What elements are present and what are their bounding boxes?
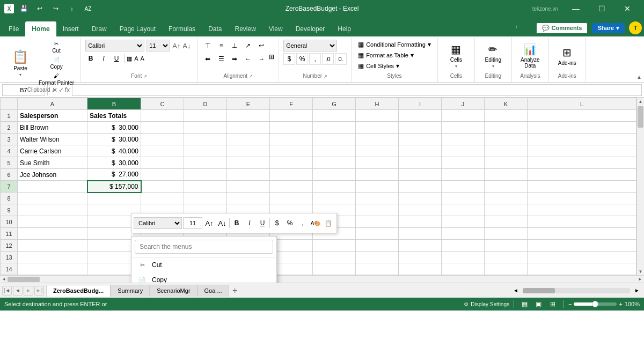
add-ins-button[interactable]: ⊞ Add-ins bbox=[553, 40, 581, 72]
cell-d7[interactable] bbox=[184, 181, 227, 193]
last-sheet-btn[interactable]: ►| bbox=[34, 286, 44, 295]
h-scroll-right-arrow[interactable]: ► bbox=[632, 286, 642, 295]
tab-review[interactable]: Review bbox=[228, 21, 262, 36]
cell-g3[interactable] bbox=[313, 134, 356, 145]
cell-g4[interactable] bbox=[313, 145, 356, 157]
scroll-thumb[interactable] bbox=[638, 106, 643, 128]
col-header-e[interactable]: E bbox=[227, 98, 270, 110]
col-header-a[interactable]: A bbox=[18, 98, 87, 110]
confirm-formula-icon[interactable]: ✓ bbox=[58, 86, 64, 94]
menu-item-cut[interactable]: ✂ Cut bbox=[131, 257, 276, 272]
wrap-text-btn[interactable]: ↩ bbox=[255, 40, 267, 51]
cell-a5[interactable]: Sue Smith bbox=[18, 157, 87, 169]
cell-a6[interactable]: Joe Johnson bbox=[18, 169, 87, 181]
share-button[interactable]: Share ▾ bbox=[592, 23, 625, 33]
cell-c6[interactable] bbox=[141, 169, 184, 181]
tab-insert[interactable]: Insert bbox=[56, 21, 85, 36]
cell-k5[interactable] bbox=[485, 157, 528, 169]
cell-b4[interactable]: $ 40,000 bbox=[87, 145, 141, 157]
page-layout-view-btn[interactable]: ▣ bbox=[532, 299, 545, 309]
paste-button[interactable]: 📋 Paste ▾ bbox=[6, 47, 34, 79]
tab-file[interactable]: File bbox=[2, 21, 25, 36]
zoom-out-btn[interactable]: − bbox=[568, 301, 572, 307]
mini-font-size-input[interactable] bbox=[183, 217, 202, 229]
cell-c5[interactable] bbox=[141, 157, 184, 169]
autosave-btn[interactable]: ↕ bbox=[65, 2, 78, 15]
cell-d4[interactable] bbox=[184, 145, 227, 157]
scroll-up-btn[interactable]: ▲ bbox=[639, 98, 643, 105]
row-header-8[interactable]: 8 bbox=[1, 193, 18, 204]
cell-h3[interactable] bbox=[356, 134, 399, 145]
page-break-view-btn[interactable]: ⊞ bbox=[546, 299, 559, 309]
cell-l5[interactable] bbox=[528, 157, 636, 169]
h-scroll-thumb[interactable] bbox=[8, 277, 40, 282]
mini-italic-btn[interactable]: I bbox=[244, 217, 255, 229]
close-btn[interactable]: ✕ bbox=[615, 0, 640, 17]
cell-b5[interactable]: $ 30,000 bbox=[87, 157, 141, 169]
sort-qa-btn[interactable]: AZ bbox=[82, 2, 94, 15]
user-avatar[interactable]: T bbox=[629, 21, 642, 34]
decrease-decimal-btn[interactable]: .0 bbox=[322, 53, 334, 65]
cell-g1[interactable] bbox=[313, 110, 356, 122]
cell-a3[interactable]: Walter Wilson bbox=[18, 134, 87, 145]
mini-bold-btn[interactable]: B bbox=[231, 217, 243, 229]
align-middle-btn[interactable]: ≡ bbox=[215, 40, 227, 51]
cell-j6[interactable] bbox=[442, 169, 485, 181]
cell-i2[interactable] bbox=[399, 122, 442, 134]
mini-dollar-btn[interactable]: $ bbox=[271, 217, 283, 229]
cell-k7[interactable] bbox=[485, 181, 528, 193]
next-sheet-btn[interactable]: ► bbox=[24, 286, 33, 295]
cell-f5[interactable] bbox=[270, 157, 313, 169]
cell-l7[interactable] bbox=[528, 181, 636, 193]
fill-color-button[interactable]: A bbox=[134, 55, 138, 62]
cell-h5[interactable] bbox=[356, 157, 399, 169]
tab-home[interactable]: Home bbox=[25, 21, 56, 36]
tab-data[interactable]: Data bbox=[202, 21, 228, 36]
format-painter-button[interactable]: 🖌Format Painter bbox=[36, 72, 76, 87]
menu-item-copy[interactable]: 📄 Copy bbox=[131, 272, 276, 283]
bold-button[interactable]: B bbox=[85, 53, 96, 64]
angle-text-btn[interactable]: ↗ bbox=[242, 40, 254, 51]
col-header-f[interactable]: F bbox=[270, 98, 313, 110]
font-color-button[interactable]: A bbox=[140, 55, 144, 62]
align-top-btn[interactable]: ⊤ bbox=[202, 40, 214, 51]
cell-k3[interactable] bbox=[485, 134, 528, 145]
cell-e1[interactable] bbox=[227, 110, 270, 122]
mini-fill-color-btn[interactable]: A🎨 bbox=[310, 217, 321, 229]
col-header-b[interactable]: B bbox=[87, 98, 141, 110]
first-sheet-btn[interactable]: |◄ bbox=[2, 286, 12, 295]
scroll-left-btn[interactable]: ◄ bbox=[0, 276, 8, 283]
row-header-14[interactable]: 14 bbox=[1, 263, 18, 275]
scroll-down-btn[interactable]: ▼ bbox=[639, 268, 643, 275]
ribbon-search-input[interactable] bbox=[510, 21, 532, 34]
cell-l6[interactable] bbox=[528, 169, 636, 181]
align-left-btn[interactable]: ⬅ bbox=[202, 53, 214, 65]
cell-f7[interactable] bbox=[270, 181, 313, 193]
cell-g5[interactable] bbox=[313, 157, 356, 169]
cell-l3[interactable] bbox=[528, 134, 636, 145]
cell-g2[interactable] bbox=[313, 122, 356, 134]
cell-i3[interactable] bbox=[399, 134, 442, 145]
cell-j1[interactable] bbox=[442, 110, 485, 122]
cell-d6[interactable] bbox=[184, 169, 227, 181]
mini-comma-btn[interactable]: , bbox=[297, 217, 309, 229]
add-sheet-btn[interactable]: + bbox=[229, 285, 241, 297]
col-header-g[interactable]: G bbox=[313, 98, 356, 110]
cell-j7[interactable] bbox=[442, 181, 485, 193]
align-center-btn[interactable]: ☰ bbox=[215, 53, 227, 65]
sheet-tab-scenario[interactable]: ScenarioMgr bbox=[150, 285, 197, 297]
tab-draw[interactable]: Draw bbox=[85, 21, 113, 36]
cell-i4[interactable] bbox=[399, 145, 442, 157]
cell-d1[interactable] bbox=[184, 110, 227, 122]
row-header-1[interactable]: 1 bbox=[1, 110, 18, 122]
comments-button[interactable]: 💬 💬 Comments Comments bbox=[536, 23, 588, 34]
ribbon-collapse-btn[interactable]: ▲ bbox=[636, 74, 642, 80]
cell-b3[interactable]: $ 30,000 bbox=[87, 134, 141, 145]
cell-e4[interactable] bbox=[227, 145, 270, 157]
decrease-indent-btn[interactable]: ← bbox=[242, 53, 254, 65]
mini-percent-btn[interactable]: % bbox=[284, 217, 296, 229]
analyze-data-button[interactable]: 📊 AnalyzeData bbox=[516, 40, 544, 72]
underline-button[interactable]: U bbox=[111, 53, 122, 64]
mini-grow-font-btn[interactable]: A↑ bbox=[203, 217, 215, 229]
row-header-7[interactable]: 7 bbox=[1, 181, 18, 193]
